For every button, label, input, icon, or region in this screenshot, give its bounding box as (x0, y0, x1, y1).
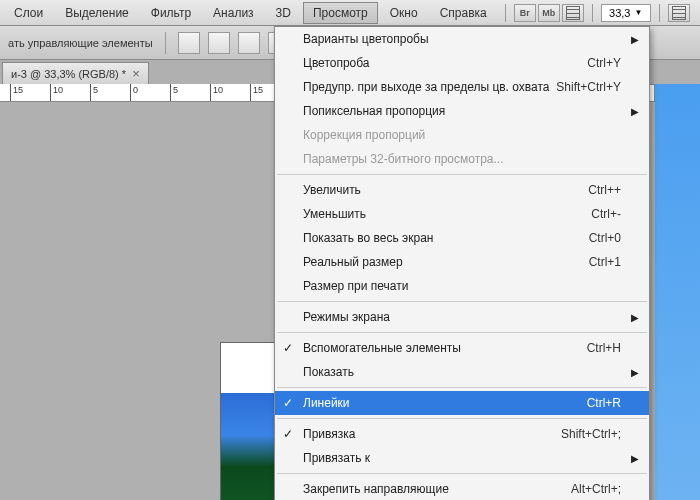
zoom-field[interactable]: 33,3▼ (601, 4, 651, 22)
menu-select[interactable]: Выделение (55, 2, 139, 24)
menu-shortcut: Ctrl+R (587, 396, 621, 410)
menu-separator (277, 387, 647, 388)
menu-item[interactable]: Привязать к▶ (275, 446, 649, 470)
image-content (221, 393, 276, 500)
bridge-button[interactable]: Br (514, 4, 536, 22)
menu-layers[interactable]: Слои (4, 2, 53, 24)
menu-item-label: Цветопроба (303, 56, 370, 70)
menu-shortcut: Ctrl+H (587, 341, 621, 355)
menu-item[interactable]: ✓ПривязкаShift+Ctrl+; (275, 422, 649, 446)
ruler-tick: 5 (93, 85, 98, 95)
menu-item-label: Варианты цветопробы (303, 32, 429, 46)
menu-shortcut: Ctrl+0 (589, 231, 621, 245)
menu-item-label: Привязать к (303, 451, 370, 465)
menu-item-label: Линейки (303, 396, 350, 410)
menu-shortcut: Ctrl+Y (587, 56, 621, 70)
menu-item[interactable]: ✓ЛинейкиCtrl+R (275, 391, 649, 415)
arrange-button[interactable] (668, 4, 690, 22)
menu-shortcut: Shift+Ctrl+; (561, 427, 621, 441)
menu-item-label: Параметры 32-битного просмотра... (303, 152, 504, 166)
menu-item[interactable]: Показать▶ (275, 360, 649, 384)
separator (505, 4, 506, 22)
menu-3d[interactable]: 3D (266, 2, 301, 24)
check-icon: ✓ (283, 427, 293, 441)
ruler-tick: 15 (13, 85, 23, 95)
menu-separator (277, 301, 647, 302)
menu-separator (277, 174, 647, 175)
ruler-tick: 15 (253, 85, 263, 95)
check-icon: ✓ (283, 396, 293, 410)
menu-item[interactable]: Попиксельная пропорция▶ (275, 99, 649, 123)
submenu-arrow-icon: ▶ (631, 312, 639, 323)
submenu-arrow-icon: ▶ (631, 34, 639, 45)
separator (592, 4, 593, 22)
tab-title: и-3 @ 33,3% (RGB/8) * (11, 68, 126, 80)
menu-item-label: Размер при печати (303, 279, 408, 293)
menu-item[interactable]: ✓Вспомогательные элементыCtrl+H (275, 336, 649, 360)
menu-item-label: Режимы экрана (303, 310, 390, 324)
submenu-arrow-icon: ▶ (631, 106, 639, 117)
menu-item[interactable]: Закрепить направляющиеAlt+Ctrl+; (275, 477, 649, 500)
close-icon[interactable]: × (132, 66, 140, 81)
menu-item[interactable]: Показать во весь экранCtrl+0 (275, 226, 649, 250)
menu-window[interactable]: Окно (380, 2, 428, 24)
ruler-tick: 0 (133, 85, 138, 95)
menu-item[interactable]: Режимы экрана▶ (275, 305, 649, 329)
menu-item: Параметры 32-битного просмотра... (275, 147, 649, 171)
menu-item: Коррекция пропорций (275, 123, 649, 147)
ruler-tick: 10 (53, 85, 63, 95)
menu-filter[interactable]: Фильтр (141, 2, 201, 24)
separator (659, 4, 660, 22)
menu-item-label: Предупр. при выходе за пределы цв. охват… (303, 80, 550, 94)
submenu-arrow-icon: ▶ (631, 453, 639, 464)
screenmode-button[interactable] (562, 4, 584, 22)
menu-item-label: Показать во весь экран (303, 231, 433, 245)
menu-item-label: Закрепить направляющие (303, 482, 449, 496)
menu-shortcut: Alt+Ctrl+; (571, 482, 621, 496)
menu-analysis[interactable]: Анализ (203, 2, 264, 24)
menu-item-label: Увеличить (303, 183, 361, 197)
grid-icon (564, 4, 582, 22)
menu-item[interactable]: УвеличитьCtrl++ (275, 178, 649, 202)
menu-help[interactable]: Справка (430, 2, 497, 24)
view-menu-dropdown: Варианты цветопробы▶ЦветопробаCtrl+YПред… (274, 26, 650, 500)
minibridge-button[interactable]: Mb (538, 4, 560, 22)
menu-view[interactable]: Просмотр (303, 2, 378, 24)
menu-item-label: Реальный размер (303, 255, 403, 269)
arrange-icon (670, 4, 688, 22)
menu-shortcut: Shift+Ctrl+Y (556, 80, 621, 94)
check-icon: ✓ (283, 341, 293, 355)
menu-shortcut: Ctrl+1 (589, 255, 621, 269)
image-content-right (655, 84, 700, 500)
align-right-icon[interactable] (238, 32, 260, 54)
document-tab[interactable]: и-3 @ 33,3% (RGB/8) * × (2, 62, 149, 84)
menu-item-label: Попиксельная пропорция (303, 104, 445, 118)
ruler-tick: 10 (213, 85, 223, 95)
menu-item[interactable]: Реальный размерCtrl+1 (275, 250, 649, 274)
ruler-tick: 5 (173, 85, 178, 95)
menu-separator (277, 418, 647, 419)
menu-shortcut: Ctrl+- (591, 207, 621, 221)
menu-item[interactable]: Предупр. при выходе за пределы цв. охват… (275, 75, 649, 99)
menubar: Слои Выделение Фильтр Анализ 3D Просмотр… (0, 0, 700, 26)
align-center-icon[interactable] (208, 32, 230, 54)
menu-item[interactable]: Варианты цветопробы▶ (275, 27, 649, 51)
menu-item[interactable]: УменьшитьCtrl+- (275, 202, 649, 226)
menu-item-label: Вспомогательные элементы (303, 341, 461, 355)
menu-shortcut: Ctrl++ (588, 183, 621, 197)
menu-item-label: Коррекция пропорций (303, 128, 425, 142)
menu-item-label: Привязка (303, 427, 355, 441)
menu-item[interactable]: ЦветопробаCtrl+Y (275, 51, 649, 75)
menu-item[interactable]: Размер при печати (275, 274, 649, 298)
menu-item-label: Уменьшить (303, 207, 366, 221)
align-left-icon[interactable] (178, 32, 200, 54)
menu-separator (277, 473, 647, 474)
separator (165, 32, 166, 54)
menu-item-label: Показать (303, 365, 354, 379)
submenu-arrow-icon: ▶ (631, 367, 639, 378)
menu-separator (277, 332, 647, 333)
tool-option-label: ать управляющие элементы (8, 37, 153, 49)
